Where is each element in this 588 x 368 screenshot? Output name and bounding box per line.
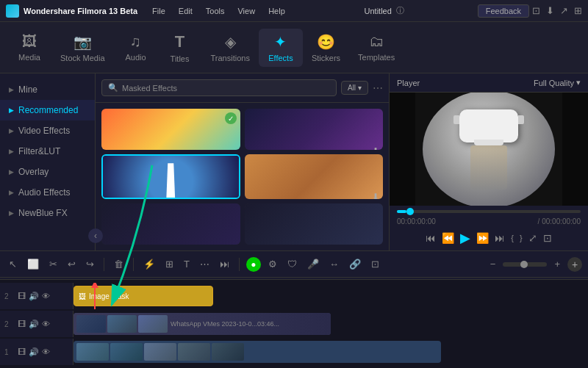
menu-bar: Wondershare Filmora 13 Beta File Edit To… (0, 0, 588, 22)
select-tool[interactable]: ⬜ (24, 257, 42, 271)
tool-media[interactable]: 🖼 Media (7, 29, 51, 66)
track-2-eye-icon[interactable]: 👁 (42, 292, 50, 300)
sidebar-item-recommended[interactable]: ▶ Recommended (0, 100, 95, 120)
share-icon[interactable]: ↗ (560, 5, 568, 16)
tool-stickers[interactable]: 😊 Stickers (303, 29, 349, 67)
track-2v-num: 2 (4, 320, 15, 328)
split-button[interactable]: ⚡ (140, 257, 158, 271)
quality-selector[interactable]: Full Quality ▾ (534, 78, 581, 87)
step-back-icon[interactable]: ⏪ (442, 232, 454, 244)
dark2-thumb (245, 203, 384, 245)
feedback-button[interactable]: Feedback (478, 4, 529, 18)
zoom-slider[interactable] (503, 262, 547, 267)
track-row-2-video: 2 🎞 🔊 👁 (0, 311, 588, 337)
mic-button[interactable]: 🎤 (304, 257, 322, 271)
effect-card-warm-family[interactable]: ⬇ Warm Family 01 (245, 154, 384, 198)
step-forward-icon[interactable]: ⏩ (476, 232, 489, 244)
sidebar-item-overlay[interactable]: ▶ Overlay (0, 162, 95, 182)
cursor-tool[interactable]: ↖ (6, 257, 20, 271)
mark-out-icon[interactable]: } (520, 234, 523, 242)
track-1-eye-icon[interactable]: 👁 (42, 347, 50, 356)
settings-button[interactable]: ⚙ (265, 257, 280, 271)
title-status-icon: ⓘ (396, 5, 404, 16)
track-2-audio-icon[interactable]: 🔊 (29, 292, 39, 301)
playback-controls: ⏮ ⏪ ▶ ⏩ ⏭ { } ⤢ ⊡ (397, 230, 581, 246)
effect-card-image-mask[interactable]: Image Mask (101, 154, 240, 198)
transition-button[interactable]: ↔ (326, 257, 342, 271)
grid-icon[interactable]: ⊞ (574, 5, 582, 16)
sidebar-item-audio-effects[interactable]: ▶ Audio Effects (0, 182, 95, 203)
player-panel: Player Full Quality ▾ (390, 73, 588, 250)
effect-card-dark2[interactable] (245, 203, 384, 245)
clip-video-main[interactable]: WhatsApp VMes 2023-10-0...03:46... (74, 313, 331, 335)
zoom-in-icon[interactable]: + (551, 257, 563, 271)
main-content: ▶ Mine ▶ Recommended ▶ Video Effects ▶ F… (0, 73, 588, 250)
snap-button[interactable]: ⊡ (368, 257, 382, 271)
sidebar-item-newblue-fx[interactable]: ▶ NewBlue FX (0, 203, 95, 223)
player-content (415, 93, 562, 206)
tool-effects[interactable]: ✦ Effects (259, 29, 303, 67)
menu-help[interactable]: Help (262, 5, 291, 17)
toolbar-separator-1 (104, 258, 104, 271)
more-options-icon[interactable]: ⋯ (373, 82, 383, 94)
effect-card-light-effect[interactable]: ⬇ Light Effect 18 (245, 109, 384, 150)
sidebar-item-mine[interactable]: ▶ Mine (0, 79, 95, 100)
trim-tool[interactable]: ✂ (46, 257, 60, 271)
track-1-content[interactable] (74, 339, 588, 365)
effect-card-audio-visualizer[interactable]: ✓ Audio Visualizer Glow (101, 109, 240, 150)
crop-button[interactable]: ⊞ (162, 257, 176, 271)
tool-audio[interactable]: ♫ Audio (114, 29, 158, 66)
track-2-video-content[interactable]: WhatsApp VMes 2023-10-0...03:46... (74, 311, 588, 337)
effect-card-dark1[interactable] (101, 203, 240, 245)
shield-button[interactable]: 🛡 (284, 257, 300, 271)
monitor-icon[interactable]: ⊡ (532, 5, 540, 16)
track-2v-film-icon[interactable]: 🎞 (18, 320, 26, 328)
tool-transitions[interactable]: ◈ Transitions (202, 29, 259, 67)
sidebar-item-filter-lut[interactable]: ▶ Filter&LUT (0, 141, 95, 162)
track-2v-eye-icon[interactable]: 👁 (42, 320, 50, 328)
tool-templates-label: Templates (358, 53, 395, 62)
track1-thumb-4 (178, 343, 210, 361)
skip-end-icon[interactable]: ⏭ (495, 232, 505, 244)
record-button[interactable]: ● (246, 257, 261, 272)
track-2-film-icon[interactable]: 🎞 (18, 292, 26, 300)
track-2v-audio-icon[interactable]: 🔊 (29, 320, 39, 329)
undo-button[interactable]: ↩ (65, 257, 79, 271)
progress-bar[interactable] (397, 210, 581, 213)
sidebar-item-video-effects[interactable]: ▶ Video Effects (0, 120, 95, 141)
menu-view[interactable]: View (232, 5, 261, 17)
overlay-arrow-icon: ▶ (9, 168, 14, 176)
menu-tools[interactable]: Tools (200, 5, 231, 17)
tool-titles[interactable]: T Titles (158, 28, 202, 68)
fullscreen-icon[interactable]: ⤢ (528, 232, 537, 244)
track-1-film-icon[interactable]: 🎞 (18, 347, 26, 356)
tool-stickers-label: Stickers (312, 54, 340, 62)
track1-thumb-3 (144, 343, 176, 361)
thumb-img-1 (76, 315, 106, 333)
skip-start-icon[interactable]: ⏮ (426, 232, 436, 244)
search-placeholder[interactable]: Masked Effects (122, 84, 177, 93)
download-icon[interactable]: ⬇ (546, 5, 554, 16)
filter-dropdown[interactable]: All ▾ (341, 81, 368, 95)
menu-edit[interactable]: Edit (173, 5, 198, 17)
link-button[interactable]: 🔗 (346, 257, 364, 271)
menu-file[interactable]: File (146, 5, 171, 17)
play-button[interactable]: ▶ (460, 230, 470, 246)
effects-search-bar: 🔍 Masked Effects All ▾ ⋯ (96, 73, 389, 103)
zoom-out-icon[interactable]: − (487, 257, 499, 271)
delete-button[interactable]: 🗑 (111, 257, 126, 271)
tool-stock-media[interactable]: 📷 Stock Media (51, 29, 114, 67)
redo-button[interactable]: ↪ (83, 257, 97, 271)
clip-icon: 🖼 (79, 292, 86, 300)
skip-forward-button[interactable]: ⏭ (217, 257, 232, 271)
text-button[interactable]: T (181, 257, 193, 271)
pip-icon[interactable]: ⊡ (543, 232, 552, 244)
tool-templates[interactable]: 🗂 Templates (349, 29, 404, 66)
mark-in-icon[interactable]: { (511, 234, 514, 242)
add-track-button[interactable]: + (567, 257, 582, 272)
clip-video-track1[interactable] (74, 341, 441, 363)
more-tools-icon[interactable]: ⋯ (197, 257, 212, 271)
track-1-audio-icon[interactable]: 🔊 (29, 347, 39, 357)
track-2-effect-content[interactable]: 🖼 Image Mask (74, 283, 588, 309)
collapse-panel-button[interactable]: ‹ (88, 228, 103, 243)
